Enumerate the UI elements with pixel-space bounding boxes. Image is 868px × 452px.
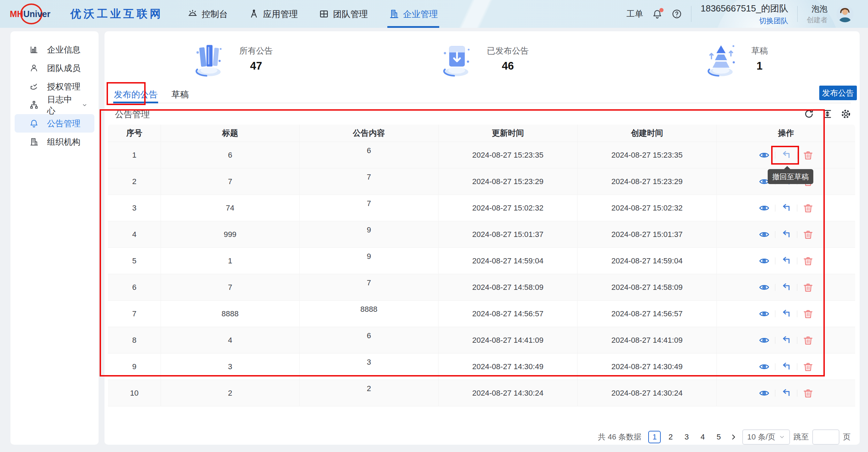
table-cell: 8: [108, 327, 161, 353]
nav-item-1[interactable]: 应用管理: [238, 0, 308, 28]
app-logo[interactable]: MHUniver: [10, 0, 65, 28]
stats-row: 所有公告47已发布公告46草稿1: [104, 33, 860, 85]
nav-item-0[interactable]: 控制台: [177, 0, 238, 28]
sidebar-item-2[interactable]: 授权管理: [15, 77, 94, 96]
sidebar-item-4[interactable]: 公告管理: [15, 114, 94, 133]
table-header-cell: 标题: [161, 125, 300, 142]
op-divider: [797, 152, 797, 159]
table-cell: 5: [108, 248, 161, 274]
team-switcher[interactable]: 18365667515_的团队 切换团队: [700, 2, 788, 26]
table-cell: 9: [300, 221, 439, 247]
nav-item-3[interactable]: 企业管理: [378, 0, 448, 28]
table-cell: 9: [300, 248, 439, 274]
table-cell: 3: [161, 354, 300, 380]
delete-icon[interactable]: [803, 308, 814, 319]
sidebar-item-1[interactable]: 团队成员: [15, 59, 94, 77]
sidebar-item-label: 组织机构: [47, 136, 80, 148]
delete-icon[interactable]: [803, 203, 814, 214]
cell-value: 2: [367, 384, 371, 393]
log-center-icon: [29, 100, 39, 110]
page-number-3[interactable]: 3: [680, 431, 693, 443]
view-icon[interactable]: [759, 150, 770, 161]
page-number-2[interactable]: 2: [664, 431, 677, 443]
sidebar-item-3[interactable]: 日志中心: [15, 96, 94, 114]
view-icon[interactable]: [759, 388, 770, 399]
view-icon[interactable]: [759, 229, 770, 240]
view-icon[interactable]: [759, 255, 770, 267]
work-order-link[interactable]: 工单: [626, 8, 643, 19]
cell-value: 2: [228, 389, 232, 398]
table-cell: 2024-08-27 14:56:57: [578, 301, 717, 327]
table-cell: 2024-08-27 14:30:24: [439, 380, 578, 406]
op-divider: [797, 257, 797, 264]
delete-icon[interactable]: [803, 335, 814, 346]
publish-announcement-button[interactable]: 发布公告: [819, 86, 857, 100]
table-cell: 7: [300, 195, 439, 221]
revoke-icon[interactable]: [781, 282, 792, 293]
revoke-icon[interactable]: [781, 361, 792, 372]
table-cell-ops: [717, 248, 855, 274]
jump-to-input[interactable]: [812, 429, 839, 445]
delete-icon[interactable]: [803, 255, 814, 267]
cell-value: 2024-08-27 14:59:04: [611, 256, 682, 265]
page-unit-label: 页: [843, 432, 851, 442]
stat-card-2: 草稿1: [608, 33, 860, 85]
delete-icon[interactable]: [803, 388, 814, 399]
page-number-4[interactable]: 4: [696, 431, 709, 443]
sidebar-item-5[interactable]: 组织机构: [15, 133, 94, 151]
next-page-button[interactable]: [728, 431, 739, 443]
delete-icon[interactable]: [803, 150, 814, 161]
revoke-icon[interactable]: [781, 308, 792, 319]
view-icon[interactable]: [759, 361, 770, 372]
avatar[interactable]: [837, 6, 853, 22]
chevron-right-icon: [730, 433, 737, 441]
cell-value: 7: [367, 199, 371, 208]
revoke-icon[interactable]: [781, 255, 792, 267]
sidebar-item-0[interactable]: 企业信息: [15, 40, 94, 59]
view-icon[interactable]: [759, 282, 770, 293]
tab-1[interactable]: 草稿: [171, 89, 189, 103]
team-mgmt-icon: [319, 9, 329, 19]
revoke-icon[interactable]: [781, 229, 792, 240]
revoke-icon[interactable]: [781, 203, 792, 214]
table-cell-ops: [717, 142, 855, 168]
op-divider: [797, 205, 797, 212]
cell-value: 2024-08-27 14:59:04: [472, 256, 543, 265]
cell-value: 2024-08-27 14:56:57: [472, 309, 543, 318]
delete-icon[interactable]: [803, 229, 814, 240]
revoke-icon[interactable]: [781, 388, 792, 399]
jump-to-label: 跳至: [793, 432, 809, 442]
help-icon[interactable]: [672, 9, 682, 19]
op-divider: [797, 310, 797, 317]
cell-value: 2024-08-27 14:41:09: [472, 336, 543, 345]
table-cell: 1: [108, 142, 161, 168]
nav-item-2[interactable]: 团队管理: [308, 0, 378, 28]
delete-icon[interactable]: [803, 282, 814, 293]
view-icon[interactable]: [759, 308, 770, 319]
table-cell: 2024-08-27 14:56:57: [439, 301, 578, 327]
all-announcements-icon: [188, 38, 230, 80]
stat-card-1: 已发布公告46: [356, 33, 608, 85]
cell-value: 3: [228, 362, 232, 371]
view-icon[interactable]: [759, 335, 770, 346]
revoke-icon[interactable]: [781, 335, 792, 346]
cell-value: 10: [130, 389, 138, 398]
sidebar-item-label: 企业信息: [47, 44, 80, 55]
bell-icon[interactable]: [652, 9, 662, 19]
page-number-1[interactable]: 1: [648, 431, 661, 443]
table-cell: 2024-08-27 15:02:32: [439, 195, 578, 221]
cell-value: 7: [228, 177, 232, 186]
cell-value: 2024-08-27 14:30:24: [472, 389, 543, 398]
page-number-5[interactable]: 5: [712, 431, 725, 443]
cell-value: 8888: [222, 309, 239, 318]
settings-icon: [840, 109, 851, 119]
revoke-icon[interactable]: [781, 150, 792, 161]
delete-icon[interactable]: [803, 361, 814, 372]
cell-value: 2024-08-27 15:01:37: [611, 230, 682, 239]
cell-value: 2024-08-27 15:23:29: [472, 177, 543, 186]
tab-0[interactable]: 发布的公告: [113, 89, 158, 103]
switch-team-link[interactable]: 切换团队: [759, 16, 788, 26]
page-size-select[interactable]: 10 条/页: [742, 429, 790, 445]
cell-value: 7: [228, 283, 232, 292]
view-icon[interactable]: [759, 203, 770, 214]
